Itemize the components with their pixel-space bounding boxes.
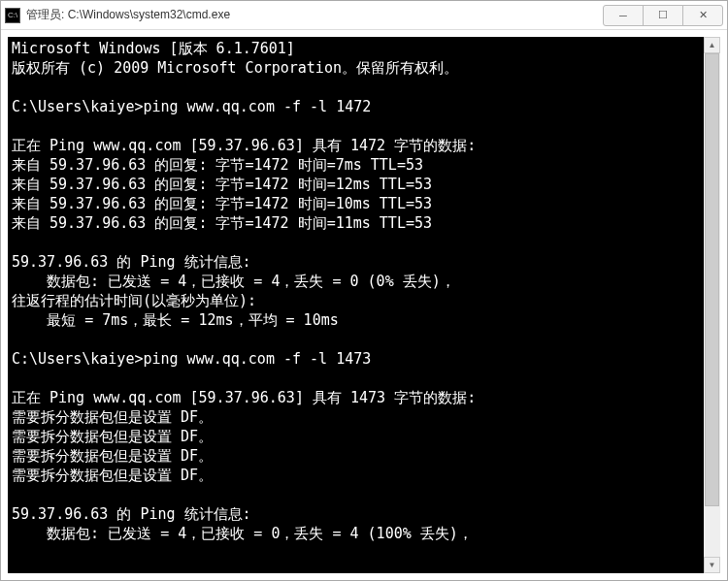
- cmd-window: C:\ 管理员: C:\Windows\system32\cmd.exe ─ ☐…: [0, 0, 728, 581]
- maximize-button[interactable]: ☐: [643, 5, 683, 26]
- titlebar[interactable]: C:\ 管理员: C:\Windows\system32\cmd.exe ─ ☐…: [1, 1, 727, 30]
- terminal-output[interactable]: Microsoft Windows [版本 6.1.7601] 版权所有 (c)…: [8, 37, 720, 573]
- minimize-button[interactable]: ─: [603, 5, 644, 26]
- scroll-track[interactable]: [704, 53, 720, 557]
- scroll-thumb[interactable]: [705, 53, 719, 506]
- vertical-scrollbar[interactable]: ▲ ▼: [704, 37, 720, 573]
- terminal-area: Microsoft Windows [版本 6.1.7601] 版权所有 (c)…: [8, 37, 720, 573]
- scroll-down-button[interactable]: ▼: [704, 557, 720, 573]
- cmd-icon: C:\: [5, 8, 20, 23]
- window-title: 管理员: C:\Windows\system32\cmd.exe: [26, 7, 604, 23]
- scroll-up-button[interactable]: ▲: [704, 37, 720, 53]
- window-controls: ─ ☐ ✕: [604, 5, 723, 26]
- close-button[interactable]: ✕: [682, 5, 723, 26]
